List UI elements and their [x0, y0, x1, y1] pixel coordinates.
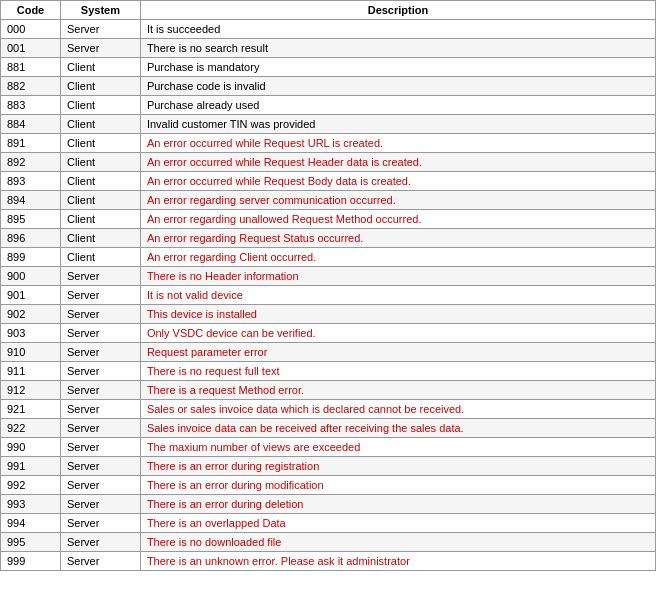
cell-system: Client	[60, 229, 140, 248]
cell-system: Server	[60, 39, 140, 58]
cell-system: Server	[60, 457, 140, 476]
table-row: 892ClientAn error occurred while Request…	[1, 153, 656, 172]
table-row: 990ServerThe maxium number of views are …	[1, 438, 656, 457]
cell-code: 912	[1, 381, 61, 400]
cell-code: 000	[1, 20, 61, 39]
cell-code: 922	[1, 419, 61, 438]
table-row: 883ClientPurchase already used	[1, 96, 656, 115]
cell-code: 881	[1, 58, 61, 77]
cell-description: Purchase already used	[140, 96, 655, 115]
cell-code: 993	[1, 495, 61, 514]
cell-code: 884	[1, 115, 61, 134]
cell-system: Server	[60, 305, 140, 324]
cell-description: This device is installed	[140, 305, 655, 324]
cell-system: Server	[60, 343, 140, 362]
cell-description: An error occurred while Request Header d…	[140, 153, 655, 172]
cell-description: An error regarding Request Status occurr…	[140, 229, 655, 248]
cell-code: 896	[1, 229, 61, 248]
table-row: 891ClientAn error occurred while Request…	[1, 134, 656, 153]
cell-code: 921	[1, 400, 61, 419]
table-row: 899ClientAn error regarding Client occur…	[1, 248, 656, 267]
cell-code: 892	[1, 153, 61, 172]
cell-description: Invalid customer TIN was provided	[140, 115, 655, 134]
table-row: 922ServerSales invoice data can be recei…	[1, 419, 656, 438]
cell-description: There is no search result	[140, 39, 655, 58]
cell-system: Server	[60, 286, 140, 305]
cell-code: 883	[1, 96, 61, 115]
table-row: 884ClientInvalid customer TIN was provid…	[1, 115, 656, 134]
cell-system: Server	[60, 533, 140, 552]
table-row: 881ClientPurchase is mandatory	[1, 58, 656, 77]
table-row: 992ServerThere is an error during modifi…	[1, 476, 656, 495]
cell-description: There is no request full text	[140, 362, 655, 381]
cell-system: Client	[60, 153, 140, 172]
cell-description: There is a request Method error.	[140, 381, 655, 400]
cell-description: The maxium number of views are exceeded	[140, 438, 655, 457]
cell-description: There is no downloaded file	[140, 533, 655, 552]
cell-system: Client	[60, 172, 140, 191]
table-row: 882ClientPurchase code is invalid	[1, 77, 656, 96]
cell-system: Server	[60, 267, 140, 286]
table-row: 902ServerThis device is installed	[1, 305, 656, 324]
table-row: 900ServerThere is no Header information	[1, 267, 656, 286]
cell-code: 911	[1, 362, 61, 381]
cell-system: Server	[60, 495, 140, 514]
cell-system: Server	[60, 362, 140, 381]
cell-description: There is an error during modification	[140, 476, 655, 495]
cell-code: 992	[1, 476, 61, 495]
cell-system: Server	[60, 514, 140, 533]
cell-code: 894	[1, 191, 61, 210]
cell-code: 895	[1, 210, 61, 229]
table-row: 893ClientAn error occurred while Request…	[1, 172, 656, 191]
cell-description: There is an overlapped Data	[140, 514, 655, 533]
table-row: 903ServerOnly VSDC device can be verifie…	[1, 324, 656, 343]
cell-description: Sales or sales invoice data which is dec…	[140, 400, 655, 419]
cell-code: 891	[1, 134, 61, 153]
table-row: 921ServerSales or sales invoice data whi…	[1, 400, 656, 419]
cell-description: An error regarding Client occurred.	[140, 248, 655, 267]
cell-description: An error occurred while Request URL is c…	[140, 134, 655, 153]
table-row: 001ServerThere is no search result	[1, 39, 656, 58]
table-row: 993ServerThere is an error during deleti…	[1, 495, 656, 514]
cell-code: 899	[1, 248, 61, 267]
cell-description: Only VSDC device can be verified.	[140, 324, 655, 343]
cell-system: Server	[60, 20, 140, 39]
cell-code: 893	[1, 172, 61, 191]
cell-system: Server	[60, 476, 140, 495]
table-row: 999ServerThere is an unknown error. Plea…	[1, 552, 656, 571]
cell-description: There is an error during registration	[140, 457, 655, 476]
cell-description: It is succeeded	[140, 20, 655, 39]
cell-system: Client	[60, 58, 140, 77]
cell-code: 910	[1, 343, 61, 362]
cell-description: Request parameter error	[140, 343, 655, 362]
cell-system: Client	[60, 248, 140, 267]
cell-code: 900	[1, 267, 61, 286]
table-row: 895ClientAn error regarding unallowed Re…	[1, 210, 656, 229]
table-row: 994ServerThere is an overlapped Data	[1, 514, 656, 533]
cell-description: It is not valid device	[140, 286, 655, 305]
cell-code: 901	[1, 286, 61, 305]
table-row: 896ClientAn error regarding Request Stat…	[1, 229, 656, 248]
table-row: 991ServerThere is an error during regist…	[1, 457, 656, 476]
table-row: 910ServerRequest parameter error	[1, 343, 656, 362]
cell-description: Purchase is mandatory	[140, 58, 655, 77]
cell-system: Client	[60, 115, 140, 134]
table-row: 912ServerThere is a request Method error…	[1, 381, 656, 400]
cell-system: Server	[60, 419, 140, 438]
table-row: 894ClientAn error regarding server commu…	[1, 191, 656, 210]
cell-code: 001	[1, 39, 61, 58]
cell-system: Client	[60, 96, 140, 115]
cell-code: 994	[1, 514, 61, 533]
table-row: 000ServerIt is succeeded	[1, 20, 656, 39]
header-system: System	[60, 1, 140, 20]
cell-description: There is an unknown error. Please ask it…	[140, 552, 655, 571]
cell-description: There is an error during deletion	[140, 495, 655, 514]
cell-description: An error occurred while Request Body dat…	[140, 172, 655, 191]
table-row: 911ServerThere is no request full text	[1, 362, 656, 381]
cell-description: Purchase code is invalid	[140, 77, 655, 96]
cell-system: Server	[60, 438, 140, 457]
header-code: Code	[1, 1, 61, 20]
header-description: Description	[140, 1, 655, 20]
cell-code: 990	[1, 438, 61, 457]
table-row: 901ServerIt is not valid device	[1, 286, 656, 305]
